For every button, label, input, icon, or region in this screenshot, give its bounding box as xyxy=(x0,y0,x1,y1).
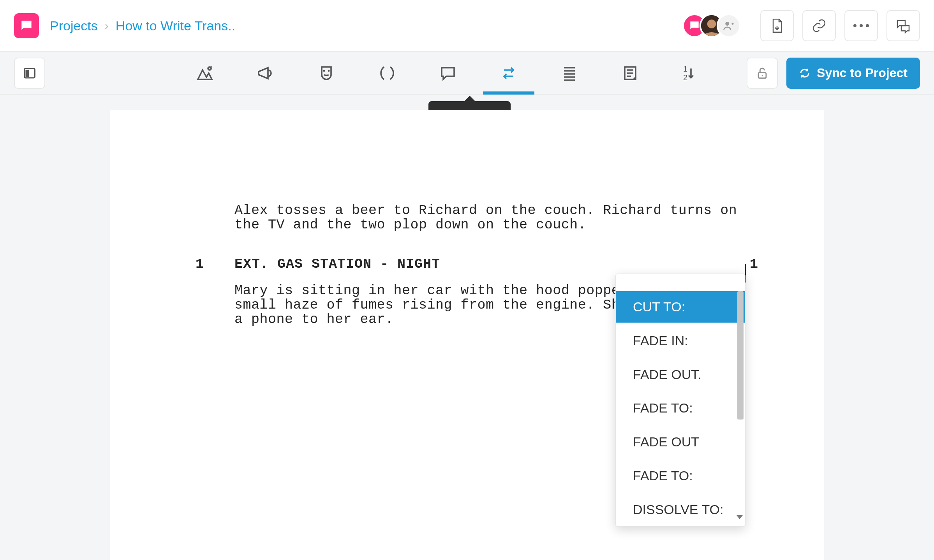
panel-toggle-button[interactable] xyxy=(14,58,45,89)
export-pdf-button[interactable] xyxy=(760,10,794,41)
link-icon xyxy=(811,18,827,33)
transition-dropdown: CUT TO:FADE IN:FADE OUT.FADE TO:FADE OUT… xyxy=(615,274,745,527)
transition-option[interactable]: CUT TO: xyxy=(616,291,745,323)
transition-option[interactable]: FADE IN: xyxy=(616,325,745,356)
chat-icon xyxy=(19,18,34,33)
sync-label: Sync to Project xyxy=(817,66,908,80)
pdf-icon xyxy=(769,18,785,33)
transition-option[interactable]: FADE OUT xyxy=(616,426,745,458)
scene-heading: EXT. GAS STATION - NIGHT xyxy=(234,257,440,272)
app-logo[interactable] xyxy=(14,13,39,38)
arrows-icon xyxy=(499,64,518,83)
chevron-right-icon: › xyxy=(105,19,109,32)
breadcrumb-current[interactable]: How to Write Trans.. xyxy=(116,18,235,33)
more-icon xyxy=(853,24,869,27)
svg-point-12 xyxy=(762,75,763,76)
scene-number-right: 1 xyxy=(750,257,758,272)
comments-button[interactable] xyxy=(886,10,920,41)
svg-rect-4 xyxy=(26,70,29,77)
scroll-down-arrow[interactable] xyxy=(737,515,743,519)
transition-option[interactable]: DISSOLVE TO: xyxy=(616,494,745,525)
add-user-button[interactable] xyxy=(717,14,741,38)
character-button[interactable] xyxy=(315,52,338,95)
transition-option[interactable]: FADE TO: xyxy=(616,460,745,492)
page-area: Alex tosses a beer to Richard on the cou… xyxy=(0,95,934,560)
general-button[interactable] xyxy=(558,52,581,95)
dropdown-list: CUT TO:FADE IN:FADE OUT.FADE TO:FADE OUT… xyxy=(616,291,745,509)
dialogue-button[interactable] xyxy=(436,52,460,95)
action-button[interactable] xyxy=(254,52,277,95)
add-user-icon xyxy=(723,20,735,32)
action-block-2: Mary is sitting in her car with the hood… xyxy=(234,284,624,327)
lock-open-icon xyxy=(756,67,769,80)
top-actions xyxy=(760,10,920,41)
note-icon xyxy=(621,64,640,83)
top-bar: Projects › How to Write Trans.. xyxy=(0,0,934,52)
parenthetical-button[interactable] xyxy=(375,52,399,95)
svg-point-1 xyxy=(707,19,716,28)
numbered-list-icon: 12 xyxy=(682,64,700,83)
numbered-button[interactable]: 12 xyxy=(679,52,703,95)
lock-button[interactable] xyxy=(747,58,778,89)
scrollbar-thumb[interactable] xyxy=(737,291,744,420)
scene-heading-button[interactable] xyxy=(193,52,217,95)
note-button[interactable] xyxy=(619,52,642,95)
svg-text:2: 2 xyxy=(683,73,687,82)
svg-point-2 xyxy=(725,22,729,26)
parenthetical-icon xyxy=(378,64,397,83)
svg-point-7 xyxy=(323,70,325,72)
breadcrumb: Projects › How to Write Trans.. xyxy=(50,18,235,33)
svg-point-8 xyxy=(328,70,330,72)
breadcrumb-root[interactable]: Projects xyxy=(50,18,98,33)
svg-point-6 xyxy=(210,66,212,68)
scene-number-left: 1 xyxy=(196,257,204,272)
presence-stack xyxy=(689,14,741,38)
more-button[interactable] xyxy=(844,10,878,41)
refresh-icon xyxy=(799,67,811,79)
sync-to-project-button[interactable]: Sync to Project xyxy=(786,58,920,89)
svg-text:1: 1 xyxy=(683,65,687,73)
transition-option[interactable]: FADE OUT. xyxy=(616,359,745,390)
transition-option[interactable]: FADE TO: xyxy=(616,392,745,424)
chat-bubbles-icon xyxy=(895,18,911,33)
transition-button[interactable] xyxy=(497,52,520,95)
panel-icon xyxy=(23,66,37,80)
scene-icon xyxy=(196,64,214,83)
scene-heading-row: 1 EXT. GAS STATION - NIGHT 1 xyxy=(234,257,770,272)
mask-icon xyxy=(317,64,336,83)
action-block: Alex tosses a beer to Richard on the cou… xyxy=(234,204,743,232)
megaphone-icon xyxy=(256,64,275,83)
format-toolbar: 12 Sync to Project xyxy=(0,52,934,95)
speech-bubble-icon xyxy=(439,64,457,83)
share-link-button[interactable] xyxy=(802,10,836,41)
lines-icon xyxy=(560,64,579,83)
chat-icon xyxy=(688,19,701,32)
